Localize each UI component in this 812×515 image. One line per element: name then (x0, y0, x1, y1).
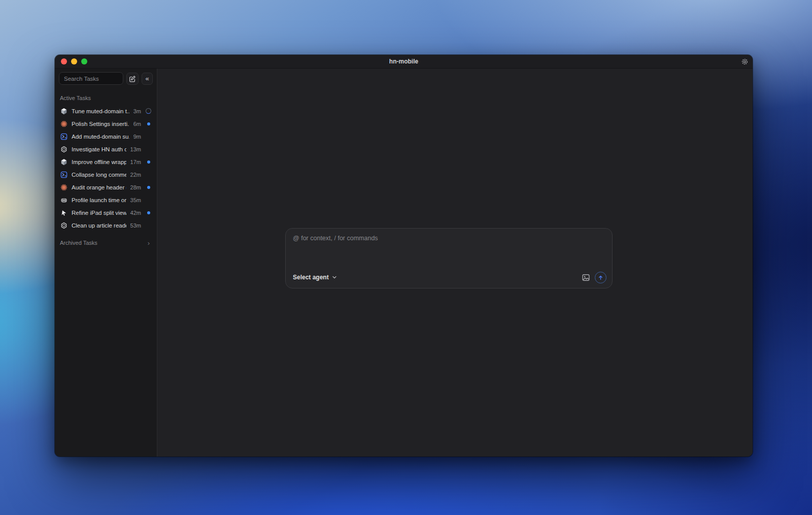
cube-agent-icon (60, 108, 67, 115)
progress-spinner (145, 108, 152, 114)
openai-agent-icon (60, 146, 67, 153)
task-row[interactable]: Tune muted-domain t... 3m (59, 105, 153, 117)
app-window: hn-mobile (55, 55, 753, 457)
task-time: 13m (130, 146, 141, 152)
task-title: Collapse long comme... (72, 172, 126, 178)
task-title: Refine iPad split view l... (72, 210, 126, 216)
zoom-button[interactable] (81, 58, 87, 65)
archived-tasks-item[interactable]: Archived Tasks › (59, 237, 153, 248)
cursor-agent-icon (60, 209, 67, 216)
terminal-agent-icon (60, 171, 67, 178)
task-row[interactable]: Audit orange header c... 28m (59, 181, 153, 194)
task-title: Tune muted-domain t... (72, 108, 129, 114)
claude-agent-icon (60, 184, 67, 191)
chevron-right-icon: › (148, 240, 150, 246)
new-task-button[interactable] (126, 73, 139, 85)
task-list: Tune muted-domain t... 3m Polish Setting… (59, 105, 153, 232)
titlebar[interactable]: hn-mobile (55, 55, 753, 69)
task-row[interactable]: Improve offline wrapp... 17m (59, 155, 153, 168)
desktop-wallpaper: hn-mobile (0, 0, 812, 515)
task-time: 6m (133, 121, 141, 127)
task-title: Add muted-domain su... (72, 134, 129, 140)
active-tasks-header: Active Tasks (60, 95, 153, 101)
task-time: 42m (130, 210, 141, 216)
task-title: Audit orange header c... (72, 184, 126, 190)
task-title: Polish Settings inserti... (72, 121, 129, 127)
sidebar-collapse-button[interactable]: « (142, 73, 153, 85)
task-row[interactable]: Investigate HN auth c... 13m (59, 143, 153, 155)
task-time: 53m (130, 222, 141, 229)
arrow-up-icon (597, 274, 604, 281)
settings-button[interactable] (740, 57, 749, 66)
task-title: Investigate HN auth c... (72, 146, 126, 152)
composer-actions (582, 272, 606, 283)
search-input[interactable] (59, 72, 123, 85)
claude-agent-icon (60, 120, 67, 127)
task-time: 9m (133, 134, 141, 140)
agent-select-label: Select agent (293, 274, 329, 281)
sidebar-toolbar: « (59, 72, 153, 85)
unread-dot (145, 122, 152, 125)
task-row[interactable]: Polish Settings inserti... 6m (59, 117, 153, 130)
unread-dot (145, 160, 152, 164)
archived-tasks-label: Archived Tasks (60, 240, 97, 246)
traffic-lights (61, 58, 87, 65)
image-icon (582, 273, 590, 282)
cube-agent-icon (60, 158, 67, 166)
message-input[interactable] (293, 235, 605, 265)
unread-dot (145, 211, 152, 214)
task-time: 3m (133, 108, 141, 114)
composer-toolbar: Select agent (293, 271, 606, 283)
task-time: 28m (130, 184, 141, 190)
chevron-down-icon (331, 274, 337, 280)
task-row[interactable]: Add muted-domain su... 9m (59, 130, 153, 143)
task-row[interactable]: Profile launch time on ... 35m (59, 194, 153, 206)
task-title: Profile launch time on ... (72, 197, 126, 203)
task-time: 22m (130, 172, 141, 178)
openai-agent-icon (60, 222, 67, 229)
task-row[interactable]: Collapse long comme... 22m (59, 168, 153, 181)
minimize-button[interactable] (71, 58, 77, 65)
task-title: Clean up article reader... (72, 222, 126, 229)
task-title: Improve offline wrapp... (72, 159, 126, 165)
send-button[interactable] (595, 272, 606, 283)
window-title: hn-mobile (55, 58, 753, 65)
unread-dot (145, 186, 152, 189)
collapse-icon: « (145, 75, 149, 82)
compose-icon (129, 75, 136, 82)
gear-icon (741, 58, 749, 66)
agent-select-dropdown[interactable]: Select agent (293, 274, 337, 281)
robot-agent-icon (60, 197, 67, 204)
task-row[interactable]: Clean up article reader... 53m (59, 219, 153, 232)
task-time: 17m (130, 159, 141, 165)
composer: Select agent (285, 228, 613, 288)
terminal-agent-icon (60, 133, 67, 140)
sidebar: « Active Tasks Tune muted-domain t... 3m… (55, 69, 157, 457)
attach-image-button[interactable] (582, 273, 590, 282)
task-time: 35m (130, 197, 141, 203)
main-content: Select agent (157, 69, 753, 457)
close-button[interactable] (61, 58, 67, 65)
task-row[interactable]: Refine iPad split view l... 42m (59, 206, 153, 219)
